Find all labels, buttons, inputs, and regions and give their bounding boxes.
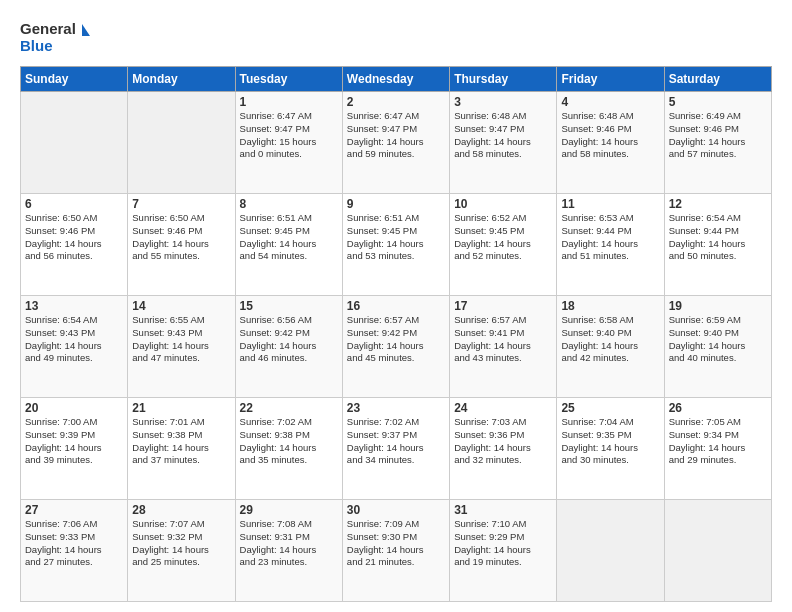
weekday-header-cell: Thursday — [450, 67, 557, 92]
weekday-header-cell: Sunday — [21, 67, 128, 92]
calendar-week-row: 27Sunrise: 7:06 AM Sunset: 9:33 PM Dayli… — [21, 500, 772, 602]
day-number: 18 — [561, 299, 659, 313]
day-detail: Sunrise: 6:54 AM Sunset: 9:43 PM Dayligh… — [25, 314, 123, 365]
day-detail: Sunrise: 7:02 AM Sunset: 9:37 PM Dayligh… — [347, 416, 445, 467]
weekday-header-cell: Monday — [128, 67, 235, 92]
calendar-cell: 22Sunrise: 7:02 AM Sunset: 9:38 PM Dayli… — [235, 398, 342, 500]
calendar-cell: 25Sunrise: 7:04 AM Sunset: 9:35 PM Dayli… — [557, 398, 664, 500]
calendar-cell: 17Sunrise: 6:57 AM Sunset: 9:41 PM Dayli… — [450, 296, 557, 398]
day-detail: Sunrise: 6:59 AM Sunset: 9:40 PM Dayligh… — [669, 314, 767, 365]
day-detail: Sunrise: 6:51 AM Sunset: 9:45 PM Dayligh… — [240, 212, 338, 263]
day-detail: Sunrise: 6:53 AM Sunset: 9:44 PM Dayligh… — [561, 212, 659, 263]
day-number: 28 — [132, 503, 230, 517]
calendar-cell: 6Sunrise: 6:50 AM Sunset: 9:46 PM Daylig… — [21, 194, 128, 296]
calendar-week-row: 6Sunrise: 6:50 AM Sunset: 9:46 PM Daylig… — [21, 194, 772, 296]
calendar-cell: 29Sunrise: 7:08 AM Sunset: 9:31 PM Dayli… — [235, 500, 342, 602]
calendar-cell: 9Sunrise: 6:51 AM Sunset: 9:45 PM Daylig… — [342, 194, 449, 296]
calendar-cell: 21Sunrise: 7:01 AM Sunset: 9:38 PM Dayli… — [128, 398, 235, 500]
calendar-cell: 13Sunrise: 6:54 AM Sunset: 9:43 PM Dayli… — [21, 296, 128, 398]
day-detail: Sunrise: 6:54 AM Sunset: 9:44 PM Dayligh… — [669, 212, 767, 263]
day-number: 15 — [240, 299, 338, 313]
day-number: 27 — [25, 503, 123, 517]
svg-marker-2 — [82, 24, 90, 36]
day-detail: Sunrise: 7:06 AM Sunset: 9:33 PM Dayligh… — [25, 518, 123, 569]
calendar-cell: 20Sunrise: 7:00 AM Sunset: 9:39 PM Dayli… — [21, 398, 128, 500]
day-detail: Sunrise: 6:58 AM Sunset: 9:40 PM Dayligh… — [561, 314, 659, 365]
day-number: 1 — [240, 95, 338, 109]
day-detail: Sunrise: 6:48 AM Sunset: 9:47 PM Dayligh… — [454, 110, 552, 161]
calendar-cell: 24Sunrise: 7:03 AM Sunset: 9:36 PM Dayli… — [450, 398, 557, 500]
calendar-cell: 30Sunrise: 7:09 AM Sunset: 9:30 PM Dayli… — [342, 500, 449, 602]
day-detail: Sunrise: 6:55 AM Sunset: 9:43 PM Dayligh… — [132, 314, 230, 365]
calendar-cell: 10Sunrise: 6:52 AM Sunset: 9:45 PM Dayli… — [450, 194, 557, 296]
calendar: SundayMondayTuesdayWednesdayThursdayFrid… — [20, 66, 772, 602]
calendar-cell: 14Sunrise: 6:55 AM Sunset: 9:43 PM Dayli… — [128, 296, 235, 398]
calendar-cell: 3Sunrise: 6:48 AM Sunset: 9:47 PM Daylig… — [450, 92, 557, 194]
day-detail: Sunrise: 7:00 AM Sunset: 9:39 PM Dayligh… — [25, 416, 123, 467]
day-detail: Sunrise: 6:57 AM Sunset: 9:41 PM Dayligh… — [454, 314, 552, 365]
calendar-cell: 12Sunrise: 6:54 AM Sunset: 9:44 PM Dayli… — [664, 194, 771, 296]
day-number: 16 — [347, 299, 445, 313]
calendar-cell: 23Sunrise: 7:02 AM Sunset: 9:37 PM Dayli… — [342, 398, 449, 500]
day-number: 30 — [347, 503, 445, 517]
day-detail: Sunrise: 6:47 AM Sunset: 9:47 PM Dayligh… — [347, 110, 445, 161]
logo: General Blue — [20, 16, 90, 56]
calendar-cell: 26Sunrise: 7:05 AM Sunset: 9:34 PM Dayli… — [664, 398, 771, 500]
weekday-header-cell: Saturday — [664, 67, 771, 92]
day-detail: Sunrise: 6:57 AM Sunset: 9:42 PM Dayligh… — [347, 314, 445, 365]
calendar-cell: 8Sunrise: 6:51 AM Sunset: 9:45 PM Daylig… — [235, 194, 342, 296]
day-number: 24 — [454, 401, 552, 415]
day-number: 25 — [561, 401, 659, 415]
day-number: 26 — [669, 401, 767, 415]
day-number: 21 — [132, 401, 230, 415]
calendar-cell — [128, 92, 235, 194]
header: General Blue — [20, 16, 772, 56]
day-number: 8 — [240, 197, 338, 211]
day-detail: Sunrise: 7:08 AM Sunset: 9:31 PM Dayligh… — [240, 518, 338, 569]
day-number: 9 — [347, 197, 445, 211]
calendar-cell: 7Sunrise: 6:50 AM Sunset: 9:46 PM Daylig… — [128, 194, 235, 296]
logo-svg: General Blue — [20, 16, 90, 56]
calendar-cell: 19Sunrise: 6:59 AM Sunset: 9:40 PM Dayli… — [664, 296, 771, 398]
day-number: 29 — [240, 503, 338, 517]
calendar-week-row: 20Sunrise: 7:00 AM Sunset: 9:39 PM Dayli… — [21, 398, 772, 500]
day-number: 5 — [669, 95, 767, 109]
day-detail: Sunrise: 7:04 AM Sunset: 9:35 PM Dayligh… — [561, 416, 659, 467]
calendar-cell — [21, 92, 128, 194]
day-detail: Sunrise: 7:01 AM Sunset: 9:38 PM Dayligh… — [132, 416, 230, 467]
calendar-cell: 11Sunrise: 6:53 AM Sunset: 9:44 PM Dayli… — [557, 194, 664, 296]
day-number: 11 — [561, 197, 659, 211]
svg-text:Blue: Blue — [20, 37, 53, 54]
day-detail: Sunrise: 7:05 AM Sunset: 9:34 PM Dayligh… — [669, 416, 767, 467]
day-number: 10 — [454, 197, 552, 211]
day-detail: Sunrise: 7:10 AM Sunset: 9:29 PM Dayligh… — [454, 518, 552, 569]
calendar-cell: 4Sunrise: 6:48 AM Sunset: 9:46 PM Daylig… — [557, 92, 664, 194]
svg-text:General: General — [20, 20, 76, 37]
calendar-cell — [557, 500, 664, 602]
day-detail: Sunrise: 6:51 AM Sunset: 9:45 PM Dayligh… — [347, 212, 445, 263]
day-detail: Sunrise: 6:49 AM Sunset: 9:46 PM Dayligh… — [669, 110, 767, 161]
day-number: 23 — [347, 401, 445, 415]
day-detail: Sunrise: 7:03 AM Sunset: 9:36 PM Dayligh… — [454, 416, 552, 467]
calendar-week-row: 1Sunrise: 6:47 AM Sunset: 9:47 PM Daylig… — [21, 92, 772, 194]
day-detail: Sunrise: 7:07 AM Sunset: 9:32 PM Dayligh… — [132, 518, 230, 569]
day-detail: Sunrise: 6:50 AM Sunset: 9:46 PM Dayligh… — [25, 212, 123, 263]
day-number: 19 — [669, 299, 767, 313]
day-number: 22 — [240, 401, 338, 415]
calendar-body: 1Sunrise: 6:47 AM Sunset: 9:47 PM Daylig… — [21, 92, 772, 602]
calendar-cell: 18Sunrise: 6:58 AM Sunset: 9:40 PM Dayli… — [557, 296, 664, 398]
day-number: 31 — [454, 503, 552, 517]
calendar-cell — [664, 500, 771, 602]
day-number: 6 — [25, 197, 123, 211]
calendar-cell: 15Sunrise: 6:56 AM Sunset: 9:42 PM Dayli… — [235, 296, 342, 398]
day-detail: Sunrise: 7:09 AM Sunset: 9:30 PM Dayligh… — [347, 518, 445, 569]
page: General Blue SundayMondayTuesdayWednesda… — [0, 0, 792, 612]
calendar-cell: 5Sunrise: 6:49 AM Sunset: 9:46 PM Daylig… — [664, 92, 771, 194]
day-number: 4 — [561, 95, 659, 109]
day-number: 7 — [132, 197, 230, 211]
calendar-cell: 31Sunrise: 7:10 AM Sunset: 9:29 PM Dayli… — [450, 500, 557, 602]
calendar-cell: 2Sunrise: 6:47 AM Sunset: 9:47 PM Daylig… — [342, 92, 449, 194]
weekday-header-row: SundayMondayTuesdayWednesdayThursdayFrid… — [21, 67, 772, 92]
weekday-header-cell: Friday — [557, 67, 664, 92]
calendar-cell: 16Sunrise: 6:57 AM Sunset: 9:42 PM Dayli… — [342, 296, 449, 398]
